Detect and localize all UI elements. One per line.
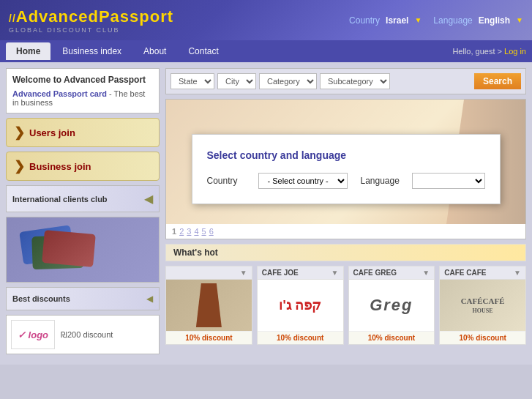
- deal-3-name: CAFE GREG: [353, 269, 397, 277]
- deal-3-arrow[interactable]: ▼: [422, 269, 430, 277]
- deal-4-header: CAFE CAFE ▼: [440, 266, 525, 280]
- logo: //AdvancedPassport: [9, 7, 173, 26]
- tab-contact[interactable]: Contact: [178, 42, 228, 60]
- users-join-chevron: ❯: [14, 124, 25, 141]
- modal-country-select[interactable]: - Select country -: [258, 173, 348, 189]
- logo-advanced: Advanced: [16, 7, 99, 26]
- header-right: Country Israel ▼ Language English ▼: [349, 15, 523, 26]
- tab-business-index[interactable]: Business index: [52, 42, 132, 60]
- best-discounts-arrow: ◀: [146, 294, 153, 304]
- card-promo: Advanced Passport card - The best in bus…: [12, 89, 153, 107]
- login-link[interactable]: Log in: [504, 47, 526, 56]
- users-join-label: Users join: [29, 127, 75, 138]
- discount-amount: ₪200 discount: [61, 330, 113, 340]
- modal-row: Country - Select country - Language: [207, 173, 485, 189]
- country-label: Country: [349, 15, 380, 26]
- deal-2-footer: 10% discount: [258, 331, 343, 344]
- language-dropdown-arrow[interactable]: ▼: [516, 16, 523, 24]
- deal-4-logo: CAFÉCAFÉHOUSE: [461, 297, 505, 314]
- deals-grid: ▼ 10% discount CAFE JOE ▼ קפה ג'ו: [165, 266, 526, 345]
- deal-1-shape: [196, 283, 222, 327]
- deal-1-arrow[interactable]: ▼: [240, 269, 247, 277]
- nav-greeting: Hello, guest > Log in: [452, 47, 526, 56]
- logo-subtitle: GLOBAL DISCOUNT CLUB: [9, 26, 173, 34]
- greeting-text: Hello, guest >: [452, 47, 502, 56]
- logo-area: //AdvancedPassport GLOBAL DISCOUNT CLUB: [9, 7, 173, 34]
- nav-bar: Home Business index About Contact Hello,…: [0, 40, 532, 62]
- state-select[interactable]: State: [171, 73, 214, 89]
- modal-box: Select country and language Country - Se…: [192, 134, 501, 204]
- right-content: State City Category Subcategory Search S…: [165, 68, 526, 359]
- cards-image: [6, 217, 160, 283]
- intl-club-arrow: ◀: [144, 192, 153, 206]
- modal-language-select[interactable]: [412, 173, 485, 189]
- modal-title: Select country and language: [207, 149, 485, 161]
- modal-country-label: Country: [207, 176, 251, 186]
- whats-hot-title: What's hot: [173, 247, 218, 258]
- intl-club-title: International clients club: [12, 195, 108, 204]
- users-join-button[interactable]: ❯ Users join: [6, 118, 160, 147]
- card-red: [42, 230, 96, 267]
- deal-3-footer: 10% discount: [349, 331, 435, 344]
- search-button[interactable]: Search: [474, 73, 521, 89]
- deal-4-arrow[interactable]: ▼: [514, 269, 521, 277]
- deal-1-footer: 10% discount: [166, 331, 252, 344]
- card-link[interactable]: Advanced Passport card: [12, 89, 107, 98]
- deal-1-header: ▼: [166, 266, 252, 280]
- tab-about[interactable]: About: [133, 42, 176, 60]
- intl-club-section: International clients club ◀: [6, 185, 160, 212]
- deal-4-name: CAFE CAFE: [444, 269, 486, 277]
- deal-1-bg: [166, 280, 252, 331]
- deal-3-header: CAFE GREG ▼: [349, 266, 435, 280]
- deal-4-bg: CAFÉCAFÉHOUSE: [440, 280, 525, 331]
- logo-passport: Passport: [99, 7, 173, 26]
- deal-2-image: קפה ג'ו: [258, 280, 343, 331]
- modal-language-label: Language: [361, 176, 405, 186]
- country-dropdown-arrow[interactable]: ▼: [414, 16, 422, 24]
- logo-slash: //: [9, 12, 16, 24]
- city-select[interactable]: City: [217, 73, 256, 89]
- header: //AdvancedPassport GLOBAL DISCOUNT CLUB …: [0, 0, 532, 40]
- subcategory-select[interactable]: Subcategory: [320, 73, 390, 89]
- search-bar: State City Category Subcategory Search: [165, 68, 526, 94]
- category-select[interactable]: Category: [259, 73, 317, 89]
- deal-2-name: CAFE JOE: [262, 269, 299, 277]
- best-discounts-title: Best discounts: [12, 294, 70, 303]
- business-join-chevron: ❯: [14, 158, 25, 174]
- deal-3-image: Greg: [349, 280, 435, 331]
- deal-card-4: CAFE CAFE ▼ CAFÉCAFÉHOUSE 10% discount: [439, 266, 526, 345]
- slideshow-container: Select country and language Country - Se…: [165, 99, 526, 239]
- discount-logo: ✓ logo: [11, 320, 55, 349]
- deal-1-image: [166, 280, 252, 331]
- deal-card-2: CAFE JOE ▼ קפה ג'ו 10% discount: [257, 266, 344, 345]
- tab-home[interactable]: Home: [6, 42, 50, 60]
- modal-overlay: Select country and language Country - Se…: [166, 100, 525, 239]
- welcome-title: Welcome to Advanced Passport: [12, 75, 153, 85]
- nav-tabs: Home Business index About Contact: [6, 42, 229, 60]
- deal-4-image: CAFÉCAFÉHOUSE: [440, 280, 525, 331]
- country-value: Israel: [386, 15, 408, 26]
- sidebar: Welcome to Advanced Passport Advanced Pa…: [6, 68, 160, 359]
- business-join-label: Business join: [29, 161, 91, 172]
- business-join-button[interactable]: ❯ Business join: [6, 152, 160, 181]
- language-label: Language: [433, 15, 472, 26]
- deal-2-logo: קפה ג'ו: [279, 297, 321, 313]
- sidebar-welcome: Welcome to Advanced Passport Advanced Pa…: [6, 68, 160, 113]
- deal-2-arrow[interactable]: ▼: [331, 269, 339, 277]
- deal-2-header: CAFE JOE ▼: [258, 266, 343, 280]
- deal-card-3: CAFE GREG ▼ Greg 10% discount: [348, 266, 435, 345]
- best-discounts-section: Best discounts ◀: [6, 287, 160, 310]
- language-value: English: [479, 15, 510, 26]
- deal-4-footer: 10% discount: [440, 331, 525, 344]
- deal-3-logo: Greg: [370, 296, 413, 315]
- deal-3-bg: Greg: [349, 280, 435, 331]
- deal-2-bg: קפה ג'ו: [258, 280, 343, 331]
- whats-hot-label: What's hot: [165, 244, 526, 261]
- discount-preview: ✓ logo ₪200 discount: [6, 315, 160, 354]
- deal-card-1: ▼ 10% discount: [165, 266, 252, 345]
- main-content: Welcome to Advanced Passport Advanced Pa…: [0, 62, 532, 365]
